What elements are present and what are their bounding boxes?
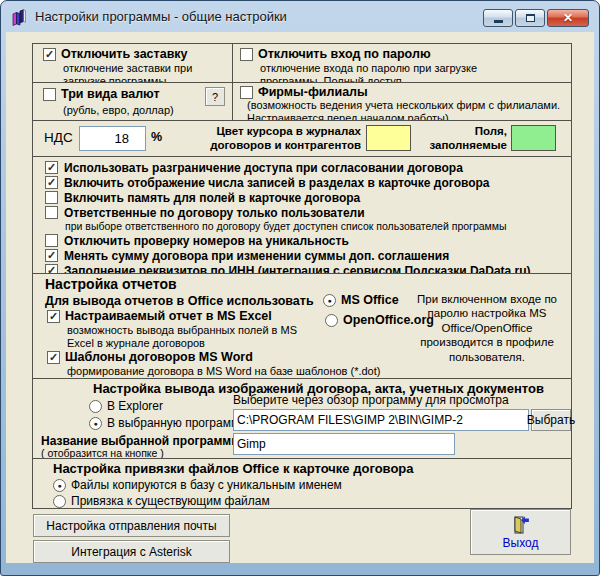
checkbox[interactable] — [45, 234, 58, 247]
checklist-item[interactable]: Ответственные по договору только пользов… — [45, 205, 571, 220]
maximize-icon — [526, 14, 535, 22]
browse-button-label: Выбрать — [527, 413, 575, 427]
disable-password-checkbox[interactable] — [240, 48, 253, 61]
vat-group: НДС % Цвет курсора в журналах договоров … — [32, 120, 572, 157]
disable-password-label: Отключить вход по паролю — [258, 47, 431, 61]
mail-settings-button[interactable]: Настройка отправления почты — [33, 514, 230, 537]
checklist-label: Менять сумму договора при изменении сумм… — [64, 249, 449, 263]
link-files-radio[interactable]: Привязка к существующим файлам — [53, 494, 270, 508]
browse-hint-label: Выберите через обзор программу для просм… — [233, 393, 509, 407]
program-path-input[interactable] — [233, 409, 529, 431]
firms-group: Фирмы-филиалы (возможность ведения учета… — [232, 82, 572, 121]
checklist-note: при выборе ответственного по договору бу… — [65, 220, 571, 233]
asterisk-integration-label: Интеграция с Asterisk — [71, 545, 191, 559]
radio-dot: ● — [57, 482, 61, 489]
file-binding-title: Настройка привязки файлов Office к карто… — [53, 461, 414, 476]
file-binding-group: Настройка привязки файлов Office к карто… — [32, 458, 572, 509]
office-use-label: Для вывода отчетов в Office использовать — [45, 294, 314, 308]
radio-dot: ● — [93, 420, 97, 427]
copy-files-radio[interactable]: ● Файлы копируются в базу с уникальным и… — [53, 478, 342, 492]
maximize-button[interactable] — [515, 9, 545, 27]
chosen-program-label: В выбранную программу — [107, 416, 245, 430]
program-name-input[interactable] — [233, 433, 455, 455]
disable-splash-checkbox[interactable]: ✓ — [43, 48, 56, 61]
radio-dot: ● — [327, 297, 331, 304]
options-checklist: ✓ Использовать разграничение доступа при… — [32, 156, 572, 274]
firms-checkbox[interactable] — [240, 86, 253, 99]
mail-settings-label: Настройка отправления почты — [46, 519, 216, 533]
checkbox[interactable]: ✓ — [45, 249, 58, 262]
word-templates-checkbox[interactable]: ✓ — [47, 351, 60, 364]
link-files-label: Привязка к существующим файлам — [71, 494, 270, 508]
copy-files-label: Файлы копируются в базу с уникальным име… — [71, 478, 342, 492]
image-output-group: Настройка вывода изображений договора, а… — [32, 378, 572, 459]
app-books-icon — [11, 8, 29, 26]
explorer-radio[interactable]: В Explorer — [89, 399, 163, 413]
explorer-label: В Explorer — [107, 399, 163, 413]
ms-office-radio[interactable]: ● MS Office — [323, 293, 399, 307]
checklist-label: Включить память для полей в карточке дог… — [64, 191, 360, 205]
settings-window: Настройки программы - общие настройки ✕ … — [0, 0, 600, 576]
chosen-program-radio[interactable]: ● В выбранную программу — [89, 416, 245, 430]
disable-splash-label: Отключить заставку — [61, 47, 188, 61]
browse-button[interactable]: Выбрать — [531, 409, 571, 431]
cursor-color-label: Цвет курсора в журналах договоров и конт… — [173, 125, 361, 153]
vat-label: НДС — [44, 130, 73, 145]
minimize-button[interactable] — [483, 9, 513, 27]
exit-door-icon — [510, 515, 532, 535]
reports-title: Настройка отчетов — [45, 276, 177, 292]
checklist-item[interactable]: ✓ Менять сумму договора при изменении су… — [45, 248, 571, 263]
office-password-note: При включенном входе по паролю настройка… — [411, 292, 563, 364]
vat-input[interactable] — [79, 126, 146, 151]
checkbox[interactable]: ✓ — [45, 161, 58, 174]
reports-group: Настройка отчетов Для вывода отчетов в O… — [32, 273, 572, 379]
exit-button[interactable]: Выход — [470, 509, 571, 555]
check-mark: ✓ — [47, 177, 56, 188]
cursor-color-swatch[interactable] — [366, 125, 411, 151]
three-currencies-checkbox[interactable] — [43, 88, 56, 101]
question-icon: ? — [212, 91, 218, 103]
minimize-icon — [494, 20, 503, 23]
program-name-label: Название выбранной программы — [41, 434, 241, 448]
three-currencies-desc: (рубль, евро, доллар) — [63, 104, 223, 117]
checklist-item[interactable]: Включить память для полей в карточке дог… — [45, 190, 571, 205]
excel-report-label: Настраиваемый отчет в MS Excel — [65, 309, 272, 323]
firms-label: Фирмы-филиалы — [258, 85, 368, 99]
check-mark: ✓ — [49, 311, 58, 322]
exit-button-label: Выход — [503, 536, 539, 550]
check-mark: ✓ — [47, 250, 56, 261]
checkbox[interactable] — [45, 191, 58, 204]
splash-group: ✓ Отключить заставку отключение заставки… — [32, 43, 233, 83]
three-currencies-label: Три вида валют — [61, 87, 160, 101]
checklist-item[interactable]: ✓ Использовать разграничение доступа при… — [45, 160, 571, 175]
window-title: Настройки программы - общие настройки — [35, 9, 287, 24]
checkbox[interactable] — [45, 206, 58, 219]
excel-report-checkbox[interactable]: ✓ — [47, 310, 60, 323]
checklist-item[interactable]: ✓ Включить отображение числа записей в р… — [45, 175, 571, 190]
word-templates-label: Шаблоны договоров MS Word — [65, 350, 253, 364]
check-mark: ✓ — [49, 352, 58, 363]
ms-office-label: MS Office — [341, 293, 399, 307]
excel-report-desc: возможность вывода выбранных полей в MS … — [67, 324, 297, 350]
vat-percent-label: % — [151, 130, 162, 144]
fields-color-swatch[interactable] — [511, 125, 556, 151]
currency-group: Три вида валют ? (рубль, евро, доллар) — [32, 82, 233, 121]
checklist-label: Отключить проверку номеров на уникальнос… — [64, 234, 349, 248]
checklist-label: Ответственные по договору только пользов… — [64, 206, 365, 220]
close-icon: ✕ — [563, 11, 573, 25]
word-templates-desc: формирование договора в MS Word на базе … — [67, 365, 427, 378]
checklist-item[interactable]: Отключить проверку номеров на уникальнос… — [45, 233, 571, 248]
asterisk-integration-button[interactable]: Интеграция с Asterisk — [33, 540, 230, 563]
titlebar[interactable]: Настройки программы - общие настройки ✕ — [1, 1, 599, 32]
close-button[interactable]: ✕ — [547, 9, 589, 27]
check-mark: ✓ — [47, 162, 56, 173]
checklist-label: Включить отображение числа записей в раз… — [64, 176, 490, 190]
window-controls: ✕ — [483, 9, 589, 27]
check-mark: ✓ — [45, 49, 54, 60]
password-group: Отключить вход по паролю отключение вход… — [232, 43, 572, 83]
checklist-label: Использовать разграничение доступа при с… — [64, 161, 463, 175]
dialog-body: ✓ Отключить заставку отключение заставки… — [6, 32, 594, 563]
checkbox[interactable]: ✓ — [45, 176, 58, 189]
